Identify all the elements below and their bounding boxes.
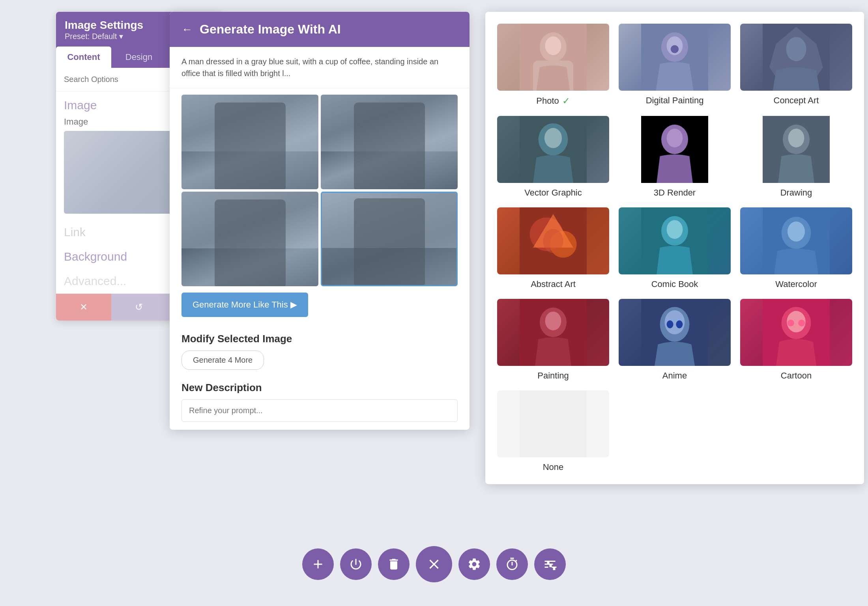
delete-icon [387,557,401,571]
style-label-anime: Anime [662,371,687,381]
close-button[interactable] [416,546,452,582]
style-item-vector[interactable]: Vector Graphic [497,116,609,198]
adjust-button[interactable] [534,548,566,580]
modify-section: Modify Selected Image Generate 4 More [170,325,470,374]
tab-content[interactable]: Content [56,47,111,68]
generate-header: ← Generate Image With AI [170,12,470,47]
style-item-watercolor[interactable]: Watercolor [740,207,852,289]
modify-title: Modify Selected Image [181,333,458,345]
svg-point-13 [544,128,562,148]
style-image-comic [619,207,731,274]
generated-image-4[interactable] [321,192,458,286]
generated-images-grid [170,88,470,293]
generate-4-more-button[interactable]: Generate 4 More [181,351,264,370]
style-label-row-painting: Painting [537,371,569,381]
svg-point-42 [788,320,794,326]
suit-figure-1 [215,103,286,189]
reset-button[interactable]: ↺ [111,294,166,321]
style-label-none: None [543,462,564,472]
style-label-cartoon: Cartoon [781,371,812,381]
back-icon[interactable]: ← [181,23,193,36]
style-label-row-none: None [543,462,564,472]
generate-more-button[interactable]: Generate More Like This ▶ [181,293,308,317]
style-item-3d[interactable]: 3D Render [619,116,731,198]
style-image-none [497,390,609,457]
svg-point-3 [545,36,561,55]
style-item-drawing[interactable]: Drawing [740,116,852,198]
svg-point-16 [667,129,683,147]
close-icon [426,556,442,572]
style-label-drawing: Drawing [780,188,812,198]
panel-preset[interactable]: Preset: Default ▾ [65,32,143,41]
suit-figure-4 [354,198,425,285]
style-label-row-cartoon: Cartoon [781,371,812,381]
svg-point-38 [676,320,683,328]
generated-image-1[interactable] [181,95,318,189]
svg-point-7 [671,45,679,53]
svg-rect-44 [520,390,587,457]
style-image-concept [740,24,852,91]
timer-icon [505,557,519,571]
svg-point-30 [788,222,805,242]
style-item-comic[interactable]: Comic Book [619,207,731,289]
adjust-icon [543,557,557,571]
style-item-photo[interactable]: Photo✓ [497,24,609,106]
style-label-3d: 3D Render [654,188,696,198]
settings-button[interactable] [458,548,490,580]
cancel-button[interactable]: ✕ [56,294,111,321]
style-item-digital[interactable]: Digital Painting [619,24,731,106]
delete-button[interactable] [378,548,410,580]
generate-prompt: A man dressed in a gray blue suit, with … [170,47,470,88]
style-image-drawing [740,116,852,183]
tab-design[interactable]: Design [111,47,166,68]
new-desc-input[interactable] [181,399,458,422]
style-label-row-vector: Vector Graphic [524,188,582,198]
style-label-abstract: Abstract Art [531,279,576,289]
svg-point-33 [545,311,561,330]
generated-image-2[interactable] [321,95,458,189]
style-image-vector [497,116,609,183]
style-label-photo: Photo [536,96,559,106]
svg-point-37 [667,320,673,328]
style-label-concept: Concept Art [774,95,819,106]
bottom-toolbar [302,546,566,582]
svg-point-10 [786,37,806,61]
style-label-painting: Painting [537,371,569,381]
style-check-photo: ✓ [562,95,570,106]
style-image-digital [619,24,731,91]
style-item-anime[interactable]: Anime [619,299,731,381]
style-label-comic: Comic Book [651,279,698,289]
generate-panel: ← Generate Image With AI A man dressed i… [170,12,470,430]
style-label-row-photo: Photo✓ [536,95,570,106]
suit-figure-2 [354,103,425,189]
svg-point-19 [788,129,804,147]
style-label-row-comic: Comic Book [651,279,698,289]
panel-title: Image Settings [65,19,143,32]
new-desc-section: New Description [170,374,470,430]
add-icon [311,557,325,571]
style-image-abstract [497,207,609,274]
generated-image-3[interactable] [181,192,318,286]
power-button[interactable] [340,548,372,580]
svg-point-27 [667,220,683,239]
style-item-painting[interactable]: Painting [497,299,609,381]
style-image-painting [497,299,609,366]
style-image-anime [619,299,731,366]
style-label-row-3d: 3D Render [654,188,696,198]
style-item-abstract[interactable]: Abstract Art [497,207,609,289]
style-label-row-watercolor: Watercolor [775,279,817,289]
style-image-photo [497,24,609,91]
style-image-watercolor [740,207,852,274]
style-item-cartoon[interactable]: Cartoon [740,299,852,381]
add-button[interactable] [302,548,334,580]
power-icon [349,557,363,571]
style-gallery-panel: Photo✓Digital PaintingConcept ArtVector … [485,12,864,484]
style-item-concept[interactable]: Concept Art [740,24,852,106]
style-item-none[interactable]: None [497,390,609,472]
svg-point-43 [798,320,805,326]
generate-title: Generate Image With AI [200,22,341,37]
suit-figure-3 [215,200,286,286]
style-label-vector: Vector Graphic [524,188,582,198]
timer-button[interactable] [496,548,528,580]
style-label-watercolor: Watercolor [775,279,817,289]
